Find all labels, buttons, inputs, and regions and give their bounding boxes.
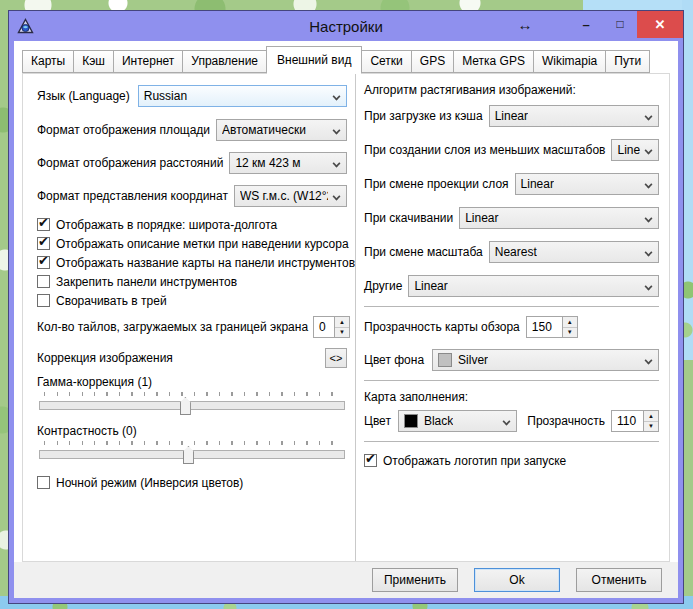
spin-up-icon[interactable]: ▲ [644,411,658,422]
maximize-button[interactable]: □ [603,11,637,37]
tab-strip: Карты Кэш Интернет Управление Внешний ви… [14,41,678,73]
contrast-slider[interactable] [39,439,345,467]
setting-row-projection-change: При смене проекции слоя Linear [364,173,659,195]
language-select[interactable]: Russian [138,85,347,107]
chevron-down-icon [333,93,341,101]
tab-grids[interactable]: Сетки [361,50,411,73]
language-label: Язык (Language) [37,89,130,103]
coord-format-select[interactable]: WS г.м.с. (W12°23"4 [234,185,347,207]
correction-expand-button[interactable]: <> [325,348,347,368]
checkbox-row-mapname-toolbar[interactable]: ✔ Отображать название карты на панели ин… [37,253,347,272]
setting-row-language: Язык (Language) Russian [37,85,347,107]
close-button[interactable]: ✕ [637,11,683,38]
tab-wikimapia[interactable]: Wikimapia [533,50,606,73]
tab-cache[interactable]: Кэш [73,50,114,73]
chevron-down-icon [645,283,653,291]
tab-control[interactable]: Управление [182,50,267,73]
chevron-down-icon [645,147,653,155]
dialog-footer: Применить Ok Отменить [14,562,678,598]
distance-format-select[interactable]: 12 км 423 м [229,152,347,174]
stretch-algorithms-header: Алгоритм растягивания изображений: [364,83,659,97]
border-tiles-label: Кол-во тайлов, загружаемых за границей э… [37,320,308,334]
slider-track[interactable] [39,401,345,410]
checkbox-row-show-logo[interactable]: ✔ Отображать логотип при запуске [364,451,659,470]
spin-up-icon[interactable]: ▲ [563,317,577,328]
image-correction-label: Коррекция изображения [37,351,173,365]
spin-up-icon[interactable]: ▲ [335,317,349,328]
checkbox[interactable] [37,476,50,489]
gamma-slider-thumb[interactable] [180,397,191,415]
other-select[interactable]: Linear [408,275,659,297]
dialog-client-area: Карты Кэш Интернет Управление Внешний ви… [14,41,678,598]
tab-tracks[interactable]: Пути [605,50,650,73]
checkbox[interactable]: ✔ [364,454,377,467]
divider [364,380,659,381]
download-select[interactable]: Linear [459,207,659,229]
checkbox-row-marker-hint[interactable]: ✔ Отображать описание метки при наведени… [37,234,347,253]
checkbox[interactable]: ✔ [37,237,50,250]
setting-row-image-correction: Коррекция изображения <> [37,348,347,368]
tab-appearance[interactable]: Внешний вид [266,46,362,74]
fill-color-select[interactable]: Black [398,410,517,432]
checkbox-row-night-mode[interactable]: Ночной режим (Инверсия цветов) [37,473,347,492]
setting-row-area-format: Формат отображения площади Автоматически [37,119,347,141]
area-format-label: Формат отображения площади [37,123,210,137]
fill-opacity-spinner[interactable]: 110 ▲ ▼ [611,410,659,432]
title-bar[interactable]: Настройки ↔ – □ ✕ [9,11,683,41]
chevron-down-icon [333,160,341,168]
coord-format-label: Формат представления координат [37,189,228,203]
distance-format-label: Формат отображения расстояний [37,156,223,170]
checkbox-row-latlon-order[interactable]: ✔ Отображать в порядке: широта-долгота [37,215,347,234]
fill-map-header: Карта заполнения: [364,390,659,404]
setting-row-distance-format: Формат отображения расстояний 12 км 423 … [37,152,347,174]
zoom-change-select[interactable]: Nearest [489,241,659,263]
checkbox[interactable] [37,294,50,307]
spin-down-icon[interactable]: ▼ [335,328,349,338]
color-swatch [404,414,418,428]
chevron-down-icon [645,249,653,257]
bg-color-select[interactable]: Silver [432,349,659,371]
checkbox-row-lock-toolbars[interactable]: Закрепить панели инструментов [37,272,347,291]
checkbox[interactable]: ✔ [37,218,50,231]
minimize-button[interactable]: – [569,11,603,37]
app-logo-icon [17,18,34,35]
spin-down-icon[interactable]: ▼ [644,422,658,432]
tab-maps[interactable]: Карты [22,50,74,73]
checkbox[interactable]: ✔ [37,256,50,269]
resize-horizontal-icon[interactable]: ↔ [505,11,545,37]
contrast-slider-thumb[interactable] [183,446,194,464]
setting-row-coord-format: Формат представления координат WS г.м.с.… [37,185,347,207]
border-tiles-spinner[interactable]: 0 ▲ ▼ [313,316,350,338]
overview-opacity-spinner[interactable]: 150 ▲ ▼ [526,316,578,338]
cache-load-select[interactable]: Linear [489,105,659,127]
titlebar-controls: ↔ – □ ✕ [505,11,683,41]
settings-dialog: Настройки ↔ – □ ✕ Карты Кэш Интернет Упр… [8,10,684,604]
contrast-label: Контрастность (0) [37,424,347,438]
area-format-select[interactable]: Автоматически [216,119,347,141]
chevron-down-icon [645,181,653,189]
right-column: Алгоритм растягивания изображений: При з… [356,74,669,561]
appearance-tab-page: Язык (Language) Russian Формат отображен… [22,73,670,562]
checkbox-row-minimize-tray[interactable]: Сворачивать в трей [37,291,347,310]
divider [364,441,659,442]
setting-row-border-tiles: Кол-во тайлов, загружаемых за границей э… [37,316,347,338]
ok-button[interactable]: Ok [474,568,560,592]
chevron-down-icon [333,127,341,135]
tab-gps-marker[interactable]: Метка GPS [453,50,534,73]
tab-internet[interactable]: Интернет [113,50,183,73]
tab-gps[interactable]: GPS [411,50,454,73]
chevron-down-icon [645,357,653,365]
checkbox[interactable] [37,275,50,288]
cancel-button[interactable]: Отменить [576,568,662,592]
gamma-slider[interactable] [39,390,345,418]
setting-row-overview-opacity: Прозрачность карты обзора 150 ▲ ▼ [364,316,659,338]
setting-row-layer-from-smaller: При создании слоя из меньших масштабов L… [364,139,659,161]
chevron-down-icon [333,193,341,201]
spin-down-icon[interactable]: ▼ [563,328,577,338]
apply-button[interactable]: Применить [372,568,458,592]
setting-row-bg-color: Цвет фона Silver [364,349,659,371]
chevron-down-icon [645,113,653,121]
layer-from-smaller-select[interactable]: Linear [611,139,659,161]
chevron-down-icon [645,215,653,223]
projection-change-select[interactable]: Linear [515,173,659,195]
